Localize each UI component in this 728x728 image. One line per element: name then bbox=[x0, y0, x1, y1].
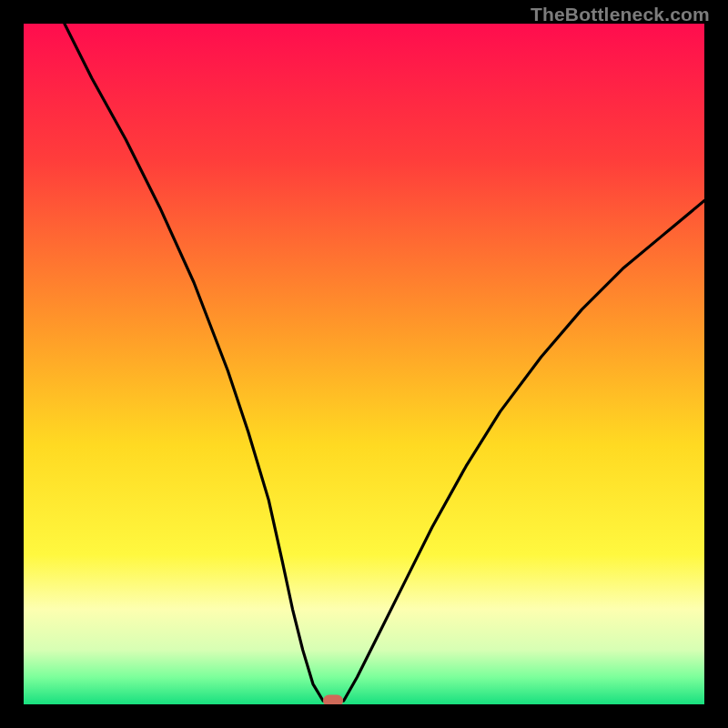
optimal-point-marker bbox=[323, 695, 343, 704]
plot-area bbox=[24, 24, 704, 704]
chart-frame: TheBottleneck.com bbox=[0, 0, 728, 728]
watermark-label: TheBottleneck.com bbox=[531, 4, 710, 25]
bottleneck-curve bbox=[24, 24, 704, 704]
